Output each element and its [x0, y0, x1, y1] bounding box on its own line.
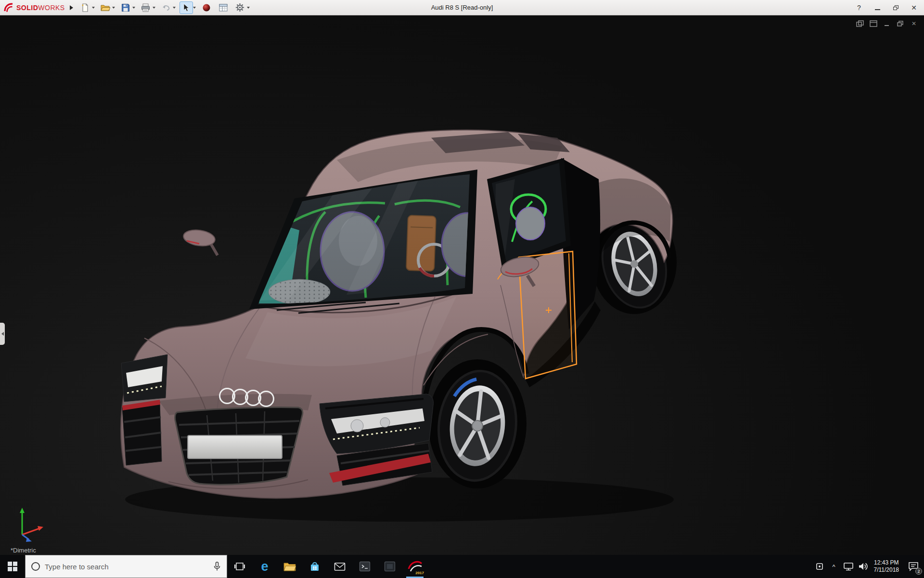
taskbar-pinned-app-2-button[interactable]	[377, 555, 402, 578]
orientation-triad-icon	[11, 504, 51, 544]
restore-icon	[893, 5, 898, 10]
save-group	[118, 1, 136, 14]
options-menu-caret[interactable]	[247, 7, 250, 9]
restore-button[interactable]	[886, 1, 905, 14]
clock-time: 12:43 PM	[874, 559, 899, 566]
windows-logo-icon	[7, 561, 18, 572]
tray-app-button[interactable]	[812, 555, 827, 578]
taskbar-mail-button[interactable]	[327, 555, 352, 578]
undo-group	[159, 1, 177, 14]
taskbar-solidworks-button[interactable]: 2017	[402, 555, 427, 578]
new-window-button[interactable]	[855, 19, 865, 28]
network-button[interactable]	[841, 555, 856, 578]
print-menu-caret[interactable]	[153, 7, 155, 9]
mail-envelope-icon	[334, 562, 346, 571]
store-bag-icon	[309, 561, 321, 572]
taskbar-file-explorer-button[interactable]	[277, 555, 302, 578]
options-group	[233, 1, 251, 14]
left-headlight[interactable]	[121, 355, 167, 402]
doc-restore-icon	[897, 21, 904, 26]
appearance-button[interactable]	[200, 2, 213, 13]
select-cursor-icon	[183, 3, 190, 12]
doc-minimize-button[interactable]	[882, 19, 892, 28]
open-group	[98, 1, 116, 14]
undo-button[interactable]	[160, 2, 172, 13]
open-button[interactable]	[99, 2, 112, 13]
screen: SOLIDWORKS	[0, 0, 924, 578]
brand-wordmark: SOLIDWORKS	[16, 4, 65, 12]
solidworks-logo-icon	[3, 2, 14, 13]
windows-taskbar: e	[0, 555, 924, 578]
volume-button[interactable]	[856, 555, 870, 578]
new-document-button[interactable]	[79, 2, 91, 13]
start-button[interactable]	[0, 555, 25, 578]
action-center-button[interactable]: 2	[903, 555, 924, 578]
search-icon	[31, 562, 40, 571]
save-floppy-icon	[121, 3, 130, 12]
design-table-group	[216, 1, 231, 14]
left-mirror[interactable]	[182, 228, 218, 255]
taskbar-search[interactable]	[25, 555, 227, 578]
minimize-icon	[875, 9, 880, 10]
select-group	[179, 1, 197, 14]
print-icon	[141, 3, 150, 12]
new-document-icon	[81, 3, 90, 12]
left-intake	[122, 400, 162, 465]
view-orientation-label: *Dimetric	[11, 547, 36, 554]
new-document-group	[78, 1, 96, 14]
notification-count-badge: 2	[915, 568, 922, 575]
search-input[interactable]	[45, 563, 208, 571]
brand-solid: SOLID	[16, 4, 38, 12]
design-table-icon	[219, 4, 228, 12]
tray-overflow-chevron[interactable]: ^	[827, 555, 841, 578]
taskbar-edge-button[interactable]: e	[252, 555, 277, 578]
file-explorer-icon	[283, 561, 296, 572]
microphone-icon[interactable]	[213, 562, 221, 571]
taskbar-store-button[interactable]	[302, 555, 327, 578]
print-button[interactable]	[140, 2, 152, 13]
solidworks-brand: SOLIDWORKS	[0, 2, 69, 13]
tile-window-button[interactable]	[868, 19, 879, 28]
help-button[interactable]: ?	[850, 1, 868, 14]
task-view-icon	[234, 561, 245, 572]
tile-window-icon	[870, 20, 877, 27]
open-menu-caret[interactable]	[112, 7, 115, 9]
windshield[interactable]	[248, 169, 494, 313]
doc-restore-button[interactable]	[895, 19, 906, 28]
front-wheel[interactable]	[428, 359, 526, 488]
doc-close-button[interactable]: ✕	[909, 19, 919, 28]
network-icon	[843, 562, 854, 571]
save-button[interactable]	[119, 2, 132, 13]
task-pane-collapse-tab[interactable]	[0, 323, 5, 345]
appearance-group	[199, 1, 214, 14]
pinned-app-2-icon	[384, 561, 396, 572]
undo-menu-caret[interactable]	[173, 7, 176, 9]
graphics-viewport[interactable]: ✕ *Dimetric	[0, 15, 924, 555]
edge-icon: e	[261, 560, 268, 573]
new-document-menu-caret[interactable]	[92, 7, 95, 9]
print-group	[139, 1, 156, 14]
document-window-controls: ✕	[855, 19, 919, 28]
design-table-button[interactable]	[217, 2, 230, 13]
menu-expand-arrow-icon[interactable]	[70, 5, 73, 10]
close-button[interactable]: ✕	[905, 1, 923, 14]
undo-arrow-icon	[162, 4, 170, 12]
speaker-icon	[858, 562, 868, 571]
save-menu-caret[interactable]	[132, 7, 135, 9]
titlebar: SOLIDWORKS	[0, 0, 924, 15]
options-gear-icon	[235, 3, 244, 12]
task-view-button[interactable]	[227, 555, 252, 578]
taskbar-clock[interactable]: 12:43 PM 7/11/2018	[870, 559, 903, 574]
open-folder-icon	[101, 3, 110, 12]
taskbar-pinned-app-1-button[interactable]	[352, 555, 377, 578]
new-window-icon	[856, 20, 864, 27]
select-menu-caret[interactable]	[193, 7, 196, 9]
solidworks-year-label: 2017	[415, 571, 424, 575]
tray-app-icon	[816, 563, 823, 570]
system-tray: ^ 12:43 PM 7/11/2018	[812, 555, 924, 578]
select-tool-button[interactable]	[180, 2, 192, 13]
options-button[interactable]	[234, 2, 246, 13]
minimize-button[interactable]	[868, 1, 886, 14]
pinned-app-1-icon	[359, 561, 371, 572]
doc-minimize-icon	[884, 21, 890, 26]
